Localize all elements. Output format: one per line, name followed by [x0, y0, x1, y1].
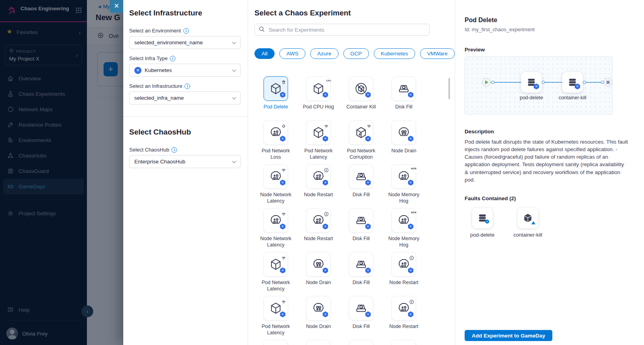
- info-icon[interactable]: i: [170, 56, 175, 61]
- pod-icon: ✳: [312, 170, 325, 183]
- environment-select[interactable]: selected_environment_name: [129, 36, 241, 49]
- play-badge-icon: [324, 167, 329, 172]
- pod-icon: MEM✳: [397, 170, 411, 183]
- experiment-tile: ✳: [392, 76, 416, 101]
- experiment-label: Node Network Latency: [258, 235, 293, 248]
- experiment-card-node-drain[interactable]: ✳Node Drain: [382, 120, 425, 164]
- chevron-down-icon: [232, 95, 236, 99]
- experiment-card-node-drain[interactable]: ✳Node Drain: [297, 296, 340, 340]
- fault-label: pod-delete: [470, 232, 494, 238]
- experiment-tile: ✳: [264, 164, 288, 189]
- experiment-card-pod-delete[interactable]: ✳Pod Delete: [254, 76, 297, 120]
- experiment-card-partial[interactable]: [254, 340, 297, 345]
- cube-bolt-icon: ✳: [354, 126, 368, 139]
- infra-type-select[interactable]: ✳ Kubernetes: [129, 64, 241, 77]
- pod-icon: ✳: [397, 258, 411, 271]
- fault-card-pod-delete: ✳pod-delete: [470, 208, 494, 238]
- experiment-label: Disk Fill: [352, 235, 370, 242]
- info-icon[interactable]: i: [183, 28, 189, 34]
- experiment-card-disk-fill[interactable]: ✳Disk Fill: [340, 164, 382, 208]
- experiment-card-node-memory-hog[interactable]: MEM✳Node Memory Hog: [382, 208, 425, 252]
- experiment-card-disk-fill[interactable]: ✳Disk Fill: [382, 76, 425, 120]
- filter-chip-aws[interactable]: AWS: [279, 48, 305, 59]
- experiment-label: Pod Network Latency: [258, 279, 293, 292]
- experiment-label: Node Restart: [304, 235, 333, 242]
- experiment-label: Node Memory Hog: [386, 191, 421, 205]
- experiment-card-node-network-latency[interactable]: ✳Node Network Latency: [254, 208, 297, 252]
- infrastructure-label: Select an Infrastructure: [129, 83, 182, 89]
- infrastructure-title: Select Infrastructure: [129, 9, 241, 17]
- pipeline-node-pod-delete: ✳: [521, 72, 542, 93]
- experiment-label: Pod Network Loss: [258, 148, 293, 161]
- info-icon[interactable]: i: [185, 83, 190, 89]
- gameday-experiment-modal: Select Infrastructure Select an Environm…: [123, 0, 644, 345]
- warning-badge-icon: [531, 221, 535, 224]
- fault-tile: [518, 208, 538, 228]
- experiment-label: Pod Network Latency: [258, 323, 293, 336]
- wifi-badge-icon: [281, 299, 286, 303]
- experiment-card-pod-network-latency[interactable]: ✳Pod Network Latency: [254, 252, 297, 296]
- experiment-card-partial[interactable]: [297, 340, 340, 345]
- experiment-id: Id: my_first_chaos_experiment: [465, 27, 644, 32]
- infrastructure-select[interactable]: selected_infra_name: [129, 91, 241, 104]
- wifi-badge-icon: [324, 123, 329, 128]
- environment-label: Select an Environment: [129, 28, 181, 34]
- search-icon: [259, 26, 265, 34]
- play-badge-icon: [409, 255, 414, 260]
- experiment-card-partial[interactable]: [382, 340, 425, 345]
- experiment-label: Node Drain: [306, 279, 331, 286]
- filter-chip-vmware[interactable]: VMWare: [420, 48, 455, 59]
- chevron-down-icon: [232, 40, 236, 44]
- experiment-card-pod-network-latency[interactable]: ✳Pod Network Latency: [254, 296, 297, 340]
- connector-dot: [583, 81, 586, 84]
- experiment-card-node-drain[interactable]: ✳Node Drain: [297, 252, 340, 296]
- experiment-label: Disk Fill: [352, 323, 370, 330]
- info-icon[interactable]: i: [171, 147, 177, 153]
- experiment-card-disk-fill[interactable]: ✳Disk Fill: [340, 296, 382, 340]
- experiment-label: Node Drain: [306, 323, 331, 330]
- experiments-title: Select a Chaos Experiment: [254, 9, 455, 17]
- experiment-tile: ✳: [349, 164, 373, 189]
- experiment-card-container-kill[interactable]: ✳Container Kill: [340, 76, 382, 120]
- scrollbar-thumb[interactable]: [448, 78, 450, 99]
- experiment-card-node-network-latency[interactable]: ✳Node Network Latency: [254, 164, 297, 208]
- node-squares-icon: ✳: [397, 126, 411, 139]
- experiment-tile: ✳: [264, 120, 288, 145]
- experiment-card-node-memory-hog[interactable]: MEM✳Node Memory Hog: [382, 164, 425, 208]
- experiment-card-node-restart[interactable]: ✳Node Restart: [297, 164, 340, 208]
- experiment-card-pod-network-loss[interactable]: ✳Pod Network Loss: [254, 120, 297, 164]
- experiment-tile: ✳: [264, 252, 288, 277]
- close-icon[interactable]: ×: [110, 0, 123, 13]
- filter-chip-gcp[interactable]: GCP: [343, 48, 369, 59]
- experiment-tile: [392, 340, 416, 345]
- wifi-badge-icon: [281, 167, 286, 172]
- experiment-label: Pod Network Corruption: [344, 148, 378, 161]
- chaoshub-select[interactable]: Enterprise ChaosHub: [129, 155, 241, 168]
- experiment-card-partial[interactable]: [340, 340, 382, 345]
- description-label: Description: [465, 129, 644, 135]
- experiment-tile: ✳: [392, 252, 416, 277]
- filter-chip-azure[interactable]: Azure: [310, 48, 338, 59]
- experiment-label: Pod Delete: [264, 104, 288, 110]
- experiment-card-pod-network-latency[interactable]: ✳Pod Network Latency: [297, 120, 340, 164]
- screen: Chaos Engineering Favorites › PROJECT My…: [0, 0, 644, 345]
- experiment-card-node-restart[interactable]: ✳Node Restart: [382, 252, 425, 296]
- add-experiment-to-gameday-button[interactable]: Add Experiment to GameDay: [465, 330, 552, 341]
- experiment-card-pod-network-corruption[interactable]: ✳Pod Network Corruption: [340, 120, 382, 164]
- connector-dot: [542, 81, 545, 84]
- faults-list: ✳pod-deletecontainer-kill: [470, 208, 644, 238]
- experiment-tile: ✳: [349, 296, 373, 320]
- filter-chip-all[interactable]: All: [254, 48, 275, 59]
- pod-icon: ✳: [269, 214, 282, 227]
- experiment-card-disk-fill[interactable]: ✳Disk Fill: [340, 252, 382, 296]
- experiment-card-node-restart[interactable]: ✳Node Restart: [382, 296, 425, 340]
- mem-badge-icon: MEM: [411, 167, 416, 172]
- experiment-card-disk-fill[interactable]: ✳Disk Fill: [340, 208, 382, 252]
- cube-icon: ✳: [312, 126, 325, 139]
- filter-chip-kubernetes[interactable]: Kubernetes: [374, 48, 415, 59]
- experiment-card-node-restart[interactable]: ✳Node Restart: [297, 208, 340, 252]
- search-input[interactable]: [268, 27, 425, 33]
- experiment-card-pod-cpu-hog[interactable]: CPU✳Pod CPU Hog: [297, 76, 340, 120]
- disks-stack-icon: ✳: [477, 212, 488, 224]
- cube-slash-icon: ✳: [354, 82, 368, 95]
